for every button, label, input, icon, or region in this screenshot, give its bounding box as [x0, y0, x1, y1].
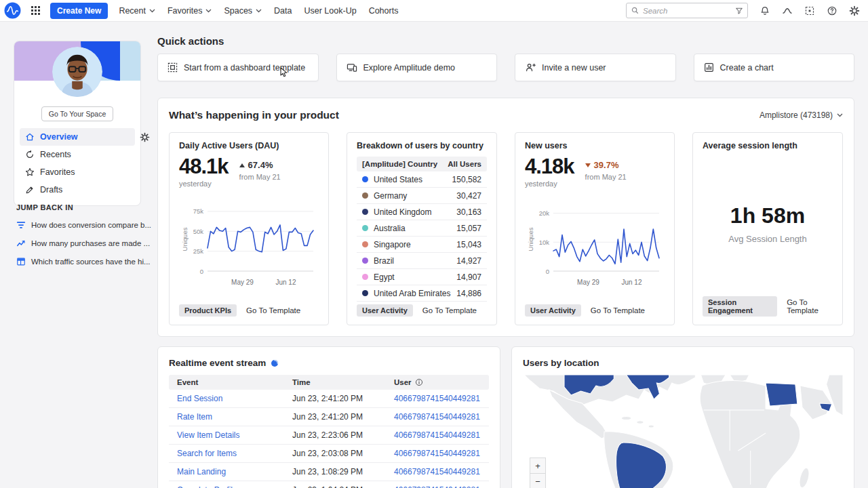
sidebar-item-drafts[interactable]: Drafts [20, 181, 135, 199]
nav-recent[interactable]: Recent [117, 3, 157, 18]
sidebar-item-overview[interactable]: Overview [20, 128, 135, 146]
notifications-bell-icon[interactable] [760, 5, 770, 16]
overview-settings-gear-icon[interactable] [140, 132, 150, 142]
session-engagement-chip[interactable]: Session Engagement [703, 296, 777, 317]
world-map[interactable]: + − [523, 375, 843, 488]
country-users-value: 15,043 [456, 240, 481, 249]
star-icon [25, 167, 35, 177]
map-title: Users by location [523, 358, 843, 368]
country-row[interactable]: Brazil14,927 [357, 253, 487, 269]
avatar[interactable] [52, 47, 102, 97]
event-user-link[interactable]: 4066798741540449281 [394, 430, 480, 440]
event-name-link[interactable]: End Session [177, 394, 222, 403]
event-user-link[interactable]: 4066798741540449281 [394, 394, 480, 403]
jump-back-in-table-chart[interactable]: Which traffic sources have the hi... [16, 257, 152, 266]
event-name-link[interactable]: Search for Items [177, 449, 237, 458]
top-navigation-bar: Create New Recent Favorites Spaces Data … [0, 0, 868, 22]
country-row[interactable]: Egypt14,907 [357, 269, 487, 285]
map-zoom-out-button[interactable]: − [530, 474, 546, 488]
country-row[interactable]: United States150,582 [357, 171, 487, 188]
series-color-dot [362, 290, 368, 296]
event-user-link[interactable]: 4066798741540449281 [394, 485, 480, 488]
realtime-title: Realtime event stream [169, 358, 266, 368]
info-icon[interactable] [415, 378, 423, 386]
settings-gear-icon[interactable] [849, 5, 860, 16]
quick-action-invite-user[interactable]: Invite a new user [515, 54, 676, 81]
dau-value: 48.1k [179, 156, 229, 177]
jump-back-in-line-chart[interactable]: How many purchases are made ... [16, 239, 152, 248]
quick-action-dashboard-template[interactable]: Start from a dashboard template [157, 54, 319, 81]
country-users-value: 30,163 [456, 207, 481, 217]
user-activity-chip[interactable]: User Activity [357, 304, 413, 317]
country-name: United Arab Emirates [374, 289, 450, 298]
triangle-down-icon [585, 163, 591, 167]
svg-text:0: 0 [546, 268, 549, 275]
sidebar-item-favorites[interactable]: Favorites [20, 163, 135, 181]
go-to-template-link[interactable]: Go To Template [422, 306, 477, 314]
quick-action-create-chart[interactable]: Create a chart [694, 54, 855, 81]
quick-action-explore-demo[interactable]: Explore Amplitude demo [336, 54, 498, 81]
country-row[interactable]: Singapore15,043 [357, 237, 487, 253]
new-users-line-chart[interactable]: 010k20kUniquesMay 29Jun 12 [525, 202, 665, 290]
series-color-dot [362, 274, 368, 280]
product-kpis-chip[interactable]: Product KPIs [179, 304, 237, 317]
go-to-template-link[interactable]: Go To Template [591, 306, 645, 314]
create-new-button[interactable]: Create New [50, 3, 108, 19]
pencil-icon [25, 185, 35, 195]
country-row[interactable]: Germany30,427 [357, 188, 487, 204]
svg-text:75k: 75k [193, 207, 204, 215]
svg-text:50k: 50k [193, 228, 204, 235]
country-row[interactable]: United Kingdom30,163 [357, 204, 487, 220]
country-row[interactable]: Australia15,057 [357, 220, 487, 237]
realtime-event-stream-panel: Realtime event stream Event Time User En… [157, 346, 500, 488]
dau-line-chart[interactable]: 025k50k75kUniquesMay 29Jun 12 [179, 202, 319, 290]
country-card-title: Breakdown of users by country [357, 141, 487, 150]
country-name: Australia [374, 224, 406, 233]
nav-cohorts[interactable]: Cohorts [368, 3, 400, 18]
nav-data[interactable]: Data [273, 3, 293, 18]
live-stream-indicator-icon [271, 359, 279, 367]
event-name-link[interactable]: Complete Profile [177, 485, 237, 488]
country-users-value: 30,427 [456, 191, 481, 201]
series-color-dot [362, 241, 368, 247]
dau-card-title: Daily Active Users (DAU) [179, 141, 319, 150]
country-users-value: 150,582 [452, 175, 481, 184]
go-to-your-space-button[interactable]: Go To Your Space [41, 106, 113, 121]
svg-text:20k: 20k [539, 209, 550, 217]
dau-card: Daily Active Users (DAU) 48.1k yesterday… [169, 132, 329, 325]
nav-spaces[interactable]: Spaces [222, 3, 263, 18]
triangle-up-icon [239, 163, 245, 167]
event-name-link[interactable]: Main Landing [177, 467, 226, 476]
amplitude-logo-icon[interactable] [4, 2, 21, 19]
select-area-icon[interactable] [804, 5, 815, 16]
country-name: Germany [374, 191, 407, 201]
event-name-link[interactable]: Rate Item [177, 412, 212, 422]
filter-funnel-icon[interactable] [735, 7, 743, 15]
event-user-link[interactable]: 4066798741540449281 [394, 412, 480, 422]
nav-user-lookup[interactable]: User Look-Up [303, 3, 358, 18]
sidebar-item-recents[interactable]: Recents [20, 146, 135, 163]
new-users-value: 4.18k [525, 156, 574, 177]
svg-text:May 29: May 29 [577, 279, 599, 286]
go-to-template-link[interactable]: Go To Template [246, 306, 300, 314]
jump-back-in-funnel-chart[interactable]: How does conversion compare b... [16, 220, 152, 230]
event-row: End SessionJun 23, 2:41:20 PM40667987415… [169, 390, 489, 408]
apps-grid-icon[interactable] [31, 5, 41, 16]
country-row[interactable]: United Arab Emirates14,886 [357, 285, 487, 302]
event-name-link[interactable]: View Item Details [177, 430, 239, 440]
event-user-link[interactable]: 4066798741540449281 [394, 467, 480, 476]
nav-favorites[interactable]: Favorites [166, 3, 213, 18]
search-input[interactable] [643, 7, 732, 15]
map-zoom-in-button[interactable]: + [530, 458, 546, 474]
country-name: Brazil [374, 256, 394, 266]
svg-text:Jun 12: Jun 12 [275, 279, 296, 286]
go-to-template-link[interactable]: Go To Template [787, 298, 833, 314]
journeys-path-icon[interactable] [782, 5, 793, 16]
event-user-link[interactable]: 4066798741540449281 [394, 449, 480, 458]
session-length-value: 1h 58m [730, 203, 805, 228]
project-selector[interactable]: Amplistore (473198) [760, 110, 843, 120]
search-box[interactable] [626, 3, 748, 18]
user-activity-chip[interactable]: User Activity [525, 304, 581, 317]
product-overview-panel: What’s happening in your product Amplist… [157, 98, 854, 337]
help-icon[interactable] [827, 5, 837, 16]
